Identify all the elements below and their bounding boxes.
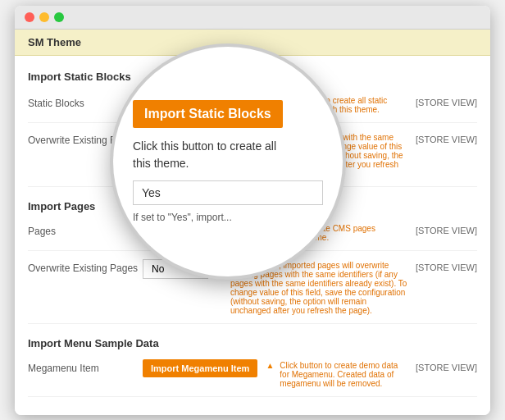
megamenu-desc: ▲ Click button to create demo data for M… [266,359,407,388]
import-menu-title: Import Menu Sample Data [28,332,477,354]
pages-label: Pages [28,222,143,237]
static-blocks-desc: ▲ Click this button to create all static… [249,94,407,114]
minimize-button[interactable] [39,12,49,22]
static-blocks-row: Static Blocks Import Static Blocs ▲ Clic… [28,94,477,123]
warning-icon-3: ▲ [225,224,233,233]
static-blocks-content: Import Static Blocs ▲ Click this button … [143,94,477,114]
warning-icon-5: ▲ [266,361,274,370]
static-blocks-label: Static Blocks [28,94,143,109]
theme-header: SM Theme [15,30,490,56]
pages-content: Import Pages ▲ Click this button to crea… [143,222,477,242]
overwrite-pages-content: No Yes ▲ If set to "Yes", imported pages… [143,259,477,315]
overwrite-blocks-store-view: [STORE VIEW] [416,131,477,144]
overwrite-pages-hint: ▲ If set to "Yes", imported pages will o… [216,261,407,315]
warning-icon-4: ▲ [216,261,225,270]
close-button[interactable] [25,12,34,22]
overwrite-blocks-hint: ▲ If set to "Yes", imported blocks with … [216,133,407,178]
megamenu-label: Megamenu Item [28,359,143,374]
megamenu-row: Megamenu Item Import Megamenu Item ▲ Cli… [28,359,477,397]
import-static-blocks-button[interactable]: Import Static Blocs [143,94,241,112]
theme-title: SM Theme [28,36,81,48]
overwrite-pages-store-view: [STORE VIEW] [416,259,477,272]
megamenu-store-view: [STORE VIEW] [416,359,477,372]
overwrite-blocks-content: No Yes ▲ If set to "Yes", imported block… [143,131,477,178]
overwrite-blocks-select[interactable]: No Yes [143,131,208,151]
overwrite-pages-select[interactable]: No Yes [143,259,208,279]
overwrite-blocks-desc: ▲ If set to "Yes", imported blocks with … [216,131,407,178]
overwrite-pages-label: Overwrite Existing Pages [28,259,143,274]
overwrite-blocks-row: Overwrite Existing Blocks No Yes ▲ If se… [28,131,477,187]
overwrite-pages-desc: ▲ If set to "Yes", imported pages will o… [216,259,407,315]
warning-icon-2: ▲ [216,133,225,142]
megamenu-hint: ▲ Click button to create demo data for M… [266,361,407,388]
overwrite-blocks-label: Overwrite Existing Blocks [28,131,143,146]
pages-desc: ▲ Click this button to create CMS pages … [225,222,407,242]
maximize-button[interactable] [54,12,64,22]
overwrite-pages-row: Overwrite Existing Pages No Yes ▲ If set… [28,259,477,324]
megamenu-content: Import Megamenu Item ▲ Click button to c… [143,359,477,388]
main-content: Import Static Blocks Static Blocks Impor… [15,56,490,415]
pages-hint: ▲ Click this button to create CMS pages … [225,224,407,242]
pages-store-view: [STORE VIEW] [416,222,477,235]
import-pages-title: Import Pages [28,195,477,217]
static-blocks-store-view: [STORE VIEW] [416,94,477,107]
import-pages-button[interactable]: Import Pages [143,222,216,240]
static-blocks-hint: ▲ Click this button to create all static… [249,96,407,114]
import-static-blocks-title: Import Static Blocks [28,66,477,88]
pages-row: Pages Import Pages ▲ Click this button t… [28,222,477,251]
warning-icon: ▲ [249,96,257,105]
import-megamenu-button[interactable]: Import Megamenu Item [143,359,257,377]
app-window: SM Theme Import Static Blocks Static Blo… [15,6,490,415]
titlebar [15,6,490,30]
